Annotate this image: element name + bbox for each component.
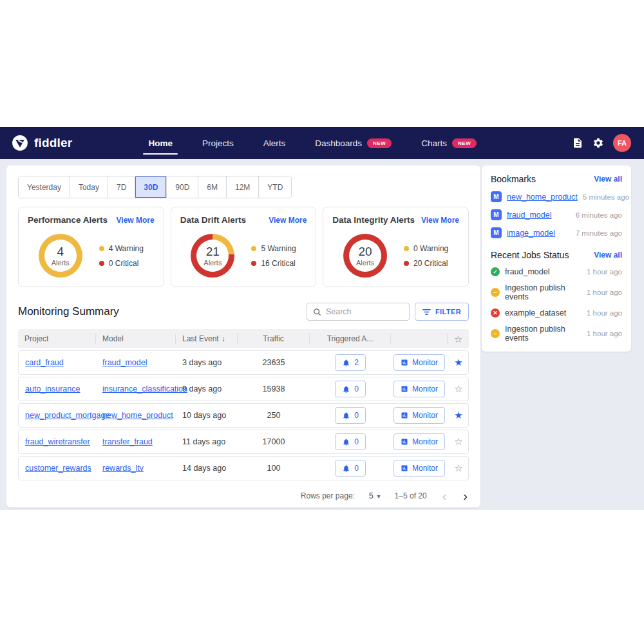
monitoring-table: Project Model Last Event↓ Traffic Trigge… [18, 329, 469, 480]
triggered-alerts-button[interactable]: 2 [335, 354, 366, 371]
legend-warning: 5 Warning [251, 244, 296, 253]
col-model[interactable]: Model [95, 334, 175, 344]
triggered-alerts-button[interactable]: 0 [335, 407, 366, 424]
chart-icon [401, 438, 408, 446]
view-all-link[interactable]: View all [594, 251, 622, 260]
view-all-link[interactable]: View all [594, 175, 622, 184]
col-traffic[interactable]: Traffic [237, 334, 309, 344]
col-last-event[interactable]: Last Event↓ [175, 334, 237, 344]
model-link[interactable]: rewards_ltv [102, 464, 144, 473]
fiddler-app: fiddler Home Projects Alerts DashboardsN… [0, 127, 644, 510]
col-star[interactable]: ☆ [447, 334, 469, 344]
last-event-cell: 10 days ago [176, 411, 238, 420]
time-filter-yesterday[interactable]: Yesterday [19, 176, 70, 198]
user-avatar[interactable]: FA [613, 134, 631, 152]
time-filter-today[interactable]: Today [70, 176, 108, 198]
job-name: Ingestion publish events [505, 283, 582, 301]
legend-label: 0 Critical [109, 259, 139, 268]
bookmark-star-icon[interactable]: ★ [454, 357, 462, 368]
legend-label: 5 Warning [261, 244, 296, 253]
traffic-cell: 250 [238, 411, 310, 420]
caret-down-icon: ▾ [377, 493, 381, 500]
bookmark-star-icon[interactable]: ★ [454, 410, 462, 421]
bookmark-link[interactable]: image_model [507, 229, 555, 238]
bookmark-link[interactable]: new_home_product [507, 193, 578, 202]
alert-count-label: Alerts [204, 259, 222, 267]
rows-per-page-select[interactable]: 5 ▾ [369, 491, 381, 500]
bell-icon [342, 412, 350, 420]
alert-count-label: Alerts [356, 259, 374, 267]
model-link[interactable]: new_home_product [102, 411, 173, 420]
last-event-cell: 14 days ago [176, 464, 238, 473]
view-more-link[interactable]: View More [117, 216, 155, 225]
card-title: Performance Alerts [28, 215, 108, 225]
legend-label: 4 Warning [109, 244, 144, 253]
col-project[interactable]: Project [18, 334, 95, 344]
nav-item-alerts[interactable]: Alerts [263, 127, 286, 159]
nav-label: Charts [421, 138, 447, 148]
bookmarks-panel: Bookmarks View all M new_home_product 5 … [482, 166, 631, 247]
monitor-button[interactable]: Monitor [393, 354, 445, 371]
bookmark-link[interactable]: fraud_model [507, 211, 552, 220]
bookmark-star-icon[interactable]: ☆ [454, 462, 462, 473]
warning-dot-icon [404, 246, 409, 251]
monitor-button[interactable]: Monitor [393, 460, 445, 477]
time-filter-ytd[interactable]: YTD [259, 176, 291, 198]
triggered-alerts-button[interactable]: 0 [335, 460, 366, 477]
project-link[interactable]: card_fraud [25, 358, 64, 367]
project-link[interactable]: fraud_wiretransfer [25, 437, 90, 446]
brand[interactable]: fiddler [12, 135, 72, 151]
model-link[interactable]: fraud_model [102, 358, 147, 367]
model-link[interactable]: transfer_fraud [102, 437, 153, 446]
time-filter-30d[interactable]: 30D [135, 176, 167, 198]
data-drift-alerts-card: Data Drift Alerts View More 21 Alerts 5 … [171, 207, 317, 287]
nav-item-charts[interactable]: ChartsNEW [421, 127, 477, 159]
monitor-button[interactable]: Monitor [393, 381, 445, 397]
next-page-chevron-icon[interactable]: › [462, 489, 469, 502]
nav-item-projects[interactable]: Projects [202, 127, 234, 159]
filter-button[interactable]: FILTER [415, 303, 469, 321]
model-link[interactable]: insurance_classification [102, 384, 187, 393]
view-more-link[interactable]: View More [269, 216, 307, 225]
nav-menu: Home Projects Alerts DashboardsNEW Chart… [148, 127, 477, 159]
prev-page-chevron-icon[interactable]: ‹ [441, 489, 448, 502]
bookmark-star-icon[interactable]: ☆ [454, 383, 462, 394]
time-filter-7d[interactable]: 7D [108, 176, 135, 198]
time-filter-90d[interactable]: 90D [167, 176, 198, 198]
triggered-alerts-button[interactable]: 0 [335, 433, 366, 450]
project-link[interactable]: auto_insurance [25, 384, 80, 393]
docs-icon[interactable] [572, 137, 583, 149]
nav-label: Dashboards [315, 138, 362, 148]
alert-count: 4 [57, 245, 64, 258]
time-filter-12m[interactable]: 12M [227, 176, 259, 198]
col-triggered[interactable]: Triggered A... [309, 334, 390, 344]
job-time: 1 hour ago [587, 309, 622, 317]
time-filter-6m[interactable]: 6M [198, 176, 227, 198]
search-box[interactable] [307, 303, 410, 321]
critical-dot-icon [251, 261, 256, 266]
new-badge: NEW [367, 138, 392, 148]
card-title: Data Drift Alerts [180, 215, 246, 225]
nav-label: Home [148, 138, 173, 148]
job-item: ✕ example_dataset 1 hour ago [491, 308, 622, 317]
view-more-link[interactable]: View More [421, 216, 459, 225]
page-title: Monitoring Summary [18, 305, 119, 318]
table-row: card_fraud fraud_model 3 days ago 23635 … [18, 350, 469, 375]
nav-item-dashboards[interactable]: DashboardsNEW [315, 127, 392, 159]
nav-right: FA [572, 134, 631, 152]
bookmark-star-icon[interactable]: ☆ [454, 436, 462, 447]
sort-desc-icon[interactable]: ↓ [222, 334, 225, 343]
nav-item-home[interactable]: Home [148, 127, 173, 159]
alerts-donut-chart: 4 Alerts [39, 234, 82, 278]
gear-icon[interactable] [592, 137, 604, 149]
monitor-button[interactable]: Monitor [393, 407, 445, 424]
traffic-cell: 17000 [238, 437, 310, 446]
search-input[interactable] [326, 307, 397, 316]
page-range: 1–5 of 20 [395, 491, 427, 500]
monitor-button[interactable]: Monitor [393, 433, 445, 450]
project-link[interactable]: customer_rewards [25, 464, 91, 473]
triggered-alerts-button[interactable]: 0 [335, 381, 366, 397]
alert-count: 20 [358, 245, 372, 258]
col-monitor [390, 334, 447, 344]
legend-label: 0 Warning [413, 244, 448, 253]
